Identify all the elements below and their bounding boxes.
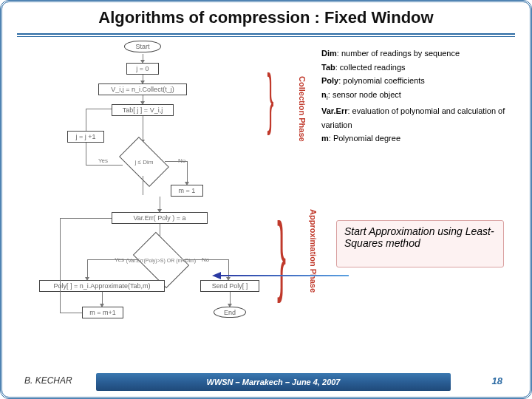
approx-arrow [212,272,349,279]
approx-callout: Start Approximation using Least-Squares … [336,220,504,267]
connector [87,259,137,260]
node-approx: Poly[ ] = n_i.Approximate(Tab,m) [39,280,165,292]
flowchart: Start j = 0 V_i,j = n_i.Collect(t_j) Tab… [47,41,283,369]
arrow-left-icon [212,272,221,279]
brace-collection: } [267,65,274,132]
connector [60,218,61,313]
phase-collection-label: Collection Phase [298,76,307,142]
legend-tab: Tab: collected readings [321,61,506,75]
connector [86,143,86,165]
title-rule-top [17,33,515,35]
legend-var-k: Var.Err [321,106,347,115]
node-cond-j: j ≤ Dim [119,137,169,187]
connector [60,313,82,313]
legend-poly-v: : polynomial coefficients [338,76,425,85]
slide-frame: Algorithms of compression : Fixed Window… [0,0,532,399]
legend-poly-k: Poly [321,76,338,85]
legend-ni-k: n [321,90,327,99]
connector [143,176,143,195]
node-varerr: Var.Err( Poly ) = a [112,212,208,224]
node-send: Send Poly[ ] [200,280,259,292]
node-init-m: m = 1 [171,185,203,197]
connector [187,161,188,183]
legend: Dim: number of readings by sequence Tab:… [321,47,506,146]
legend-m-k: m [321,134,329,143]
node-start: Start [124,41,161,52]
node-store: Tab[ j ] = V_i,j [112,104,174,116]
node-end: End [214,307,246,318]
connector [60,218,112,219]
legend-tab-k: Tab [321,63,335,72]
legend-ni-v: : sensor node object [328,90,401,99]
connector [87,259,88,279]
node-inc-m: m = m+1 [82,307,123,318]
connector [143,116,143,141]
arrow-icon [157,209,162,213]
title-rule-bottom [17,36,515,37]
legend-var-v: : evaluation of polynomial and calculati… [321,106,505,129]
legend-dim: Dim: number of readings by sequence [321,47,506,61]
connector [184,259,228,260]
cond-j-label: j ≤ Dim [135,159,154,166]
legend-ni: ni: sensor node object [321,88,506,104]
arrow-shaft [219,275,349,276]
connector [165,161,187,162]
brace-approx: } [277,209,286,298]
node-inc-j: j = j +1 [67,131,104,143]
node-collect: V_i,j = n_i.Collect(t_j) [98,83,187,95]
legend-poly: Poly: polynomial coefficients [321,74,506,88]
legend-dim-v: : number of readings by sequence [337,49,460,58]
cond-m-label: (Var.Err(Poly)>S) OR (m<Dim) [126,258,196,263]
label-yes: Yes [98,157,108,164]
connector [86,165,123,166]
legend-tab-v: : collected readings [335,63,406,72]
legend-varerr: Var.Err: evaluation of polynomial and ca… [321,104,506,132]
footer: B. KECHAR WWSN – Marrakech – June 4, 200… [11,373,521,391]
legend-m-v: : Polynomial degree [329,134,400,143]
connector [86,109,86,131]
node-init-j: j = 0 [126,63,159,75]
footer-conference: WWSN – Marrakech – June 4, 2007 [96,373,451,391]
slide-title: Algorithms of compression : Fixed Window [2,8,530,27]
legend-m: m: Polynomial degree [321,132,506,146]
footer-author: B. KECHAR [24,375,72,386]
footer-page: 18 [492,375,502,386]
phase-approx-label: Approximation Phase [309,209,318,293]
connector [86,109,112,109]
legend-dim-k: Dim [321,49,337,58]
